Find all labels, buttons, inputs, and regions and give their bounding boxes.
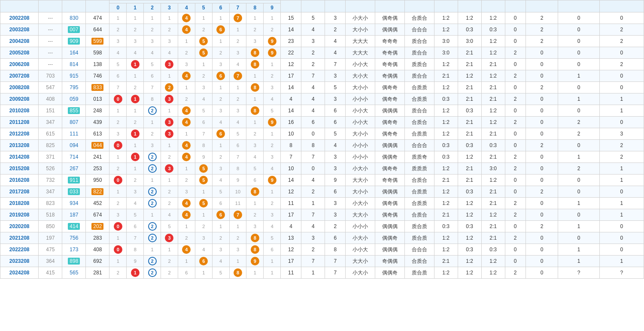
cell-daxiaobi: 1:2 [434,59,458,70]
cell-period: 2016208 [0,175,39,186]
cell-kaiji: --- [39,12,62,24]
cell-kaiji: --- [39,59,62,70]
cell-num-8: 1 [246,70,264,82]
cell-num-2: 2 [144,232,161,244]
cell-num-8: 3 [246,36,264,47]
cell-num-2: 2 [144,198,161,209]
header-hezhi-wei [301,0,325,12]
cell-num-1: 9 [127,256,144,267]
cell-daxiao: 大大小 [346,175,375,186]
cell-num-4: 3 [178,59,195,70]
cell-kuadu: 7 [325,267,346,279]
cell-daxiaobi: 3:0 [434,36,458,47]
cell-jiouobi: 0:3 [458,24,481,36]
cell-num-9: 3 [264,209,281,221]
cell-num-7: 1 [229,82,246,93]
cell-hezhi-wei: 7 [301,70,325,82]
cell-shihao: 414 [62,221,86,232]
cell-num-9: 1 [264,12,281,24]
cell-tongbi: 0 [526,163,558,175]
cell-hezhi: 10 [281,128,301,140]
header-period[interactable] [0,0,39,12]
header-num-7: 7 [229,3,246,12]
cell-hezhi-wei: 4 [301,105,325,117]
cell-jiouobi: 0:3 [458,186,481,198]
cell-shihao: 187 [62,209,86,221]
cell-jianghao: 613 [86,128,109,140]
cell-lianhao: 2 [505,47,526,59]
header-hezhi [281,0,301,12]
cell-lianhao: 0 [505,244,526,256]
cell-num-8: 2 [246,209,264,221]
cell-num-1: 1 [127,12,144,24]
cell-shihao-xia: 2 [599,151,644,163]
cell-zhihe: 质合质 [404,267,434,279]
cell-num-2: 4 [144,47,161,59]
cell-kaiji: 825 [39,140,62,151]
cell-num-4: 1 [178,36,195,47]
cell-jianghao: 202 [86,221,109,232]
cell-kuadu: 2 [325,221,346,232]
cell-num-0: 2 [109,198,127,209]
cell-num-4: 4 [178,198,195,209]
cell-tongbi: 2 [526,186,558,198]
cell-num-3: 4 [161,209,178,221]
header-num-5: 5 [195,3,212,12]
cell-shihao: 909 [62,36,86,47]
cell-zhihe: 合质质 [404,128,434,140]
header-num-0: 0 [109,3,127,12]
cell-tongbi: 2 [526,12,558,24]
cell-daxiaobi: 1:2 [434,12,458,24]
cell-hezhi: 10 [281,163,301,175]
cell-tongbi: 0 [526,175,558,186]
cell-num-0: 2 [109,24,127,36]
cell-hezhi-wei: 2 [301,59,325,70]
cell-kaiji-xia: 1 [558,244,599,256]
cell-hezhi: 11 [281,198,301,209]
cell-num-1: 1 [127,163,144,175]
cell-kaiji-xia: 0 [558,232,599,244]
cell-shihao-xia: 2 [599,36,644,47]
cell-hezhi-wei: 5 [301,12,325,24]
cell-num-9: 4 [264,163,281,175]
cell-num-2: 1 [144,209,161,221]
cell-shihao-xia: 2 [599,59,644,70]
cell-num-3: 2 [161,186,178,198]
cell-kuadu: 7 [325,256,346,267]
cell-jioou: 偶偶偶 [375,105,405,117]
cell-num-0: 1 [109,151,127,163]
cell-shihao-xia: 0 [599,12,644,24]
cell-hezhi-wei: 6 [301,117,325,128]
cell-tongbi: 0 [526,59,558,70]
cell-daxiaobi: 0:3 [434,93,458,105]
cell-tongbi: 2 [526,36,558,47]
cell-num-1: 1 [127,59,144,70]
cell-num-7: 3 [229,47,246,59]
cell-num-2: 2 [144,163,161,175]
table-row: 2002208---83047411114117111553小大小偶奇偶合质合1… [0,12,644,24]
cell-period: 2002208 [0,12,39,24]
cell-num-7: 2 [229,93,246,105]
cell-shihao-xia: 0 [599,47,644,59]
cell-num-9: 4 [264,221,281,232]
cell-shihao: 934 [62,198,86,209]
header-num-6: 6 [212,3,229,12]
cell-kuadu: 4 [325,47,346,59]
cell-shihao-xia: 0 [599,70,644,82]
cell-period: 2011208 [0,117,39,128]
cell-kuadu: 6 [325,117,346,128]
cell-kaiji-xia: 0 [558,82,599,93]
cell-jioou: 偶偶偶 [375,186,405,198]
cell-jioou: 偶奇奇 [375,128,405,140]
cell-zhihe: 质合合 [404,70,434,82]
cell-zhihebi: 2:1 [481,221,505,232]
cell-num-6: 6 [212,70,229,82]
cell-num-3: 2 [161,198,178,209]
cell-period: 2018208 [0,198,39,209]
cell-num-0: 2 [109,163,127,175]
cell-kaiji: 518 [39,209,62,221]
cell-zhihe: 合质质 [404,93,434,105]
cell-tongbi: 0 [526,70,558,82]
cell-lianhao: 2 [505,151,526,163]
cell-num-5: 5 [195,175,212,186]
